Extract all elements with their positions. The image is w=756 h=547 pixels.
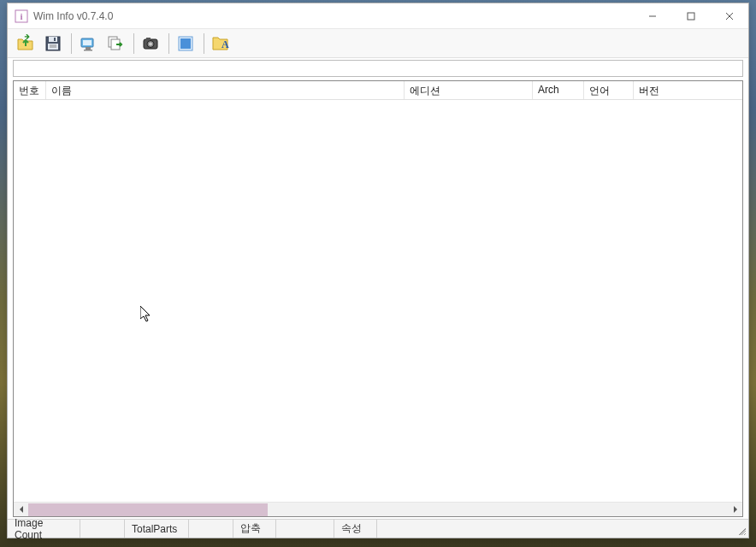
- save-button[interactable]: [40, 31, 66, 56]
- scroll-track[interactable]: [28, 503, 728, 517]
- status-compression-value: [276, 520, 334, 538]
- mount-button[interactable]: [75, 31, 101, 56]
- scroll-right-button[interactable]: [728, 503, 742, 517]
- titlebar[interactable]: i Wim Info v0.7.4.0: [8, 3, 748, 29]
- svg-rect-3: [688, 13, 694, 20]
- status-attributes-value: [377, 520, 733, 538]
- resize-grip[interactable]: [733, 522, 747, 536]
- status-attributes-label: 속성: [334, 520, 377, 538]
- toolbar: A: [8, 29, 748, 58]
- svg-rect-23: [180, 38, 191, 49]
- app-icon: i: [15, 9, 28, 23]
- svg-rect-14: [86, 47, 91, 50]
- statusbar: Image Count TotalParts 압축 속성: [8, 519, 748, 538]
- svg-rect-15: [84, 50, 92, 51]
- scroll-thumb[interactable]: [28, 503, 268, 516]
- status-total-parts-value: [189, 520, 233, 538]
- toolbar-separator: [133, 33, 134, 54]
- column-number[interactable]: 번호: [14, 81, 46, 99]
- column-language[interactable]: 언어: [584, 81, 634, 99]
- capture-button[interactable]: [138, 31, 163, 56]
- toolbar-separator: [204, 33, 204, 54]
- listview-header: 번호 이름 에디션 Arch 언어 버전: [14, 81, 742, 100]
- toolbar-separator: [168, 33, 169, 54]
- status-compression-label: 압축: [233, 520, 276, 538]
- listview-body[interactable]: [14, 100, 742, 502]
- export-button[interactable]: [103, 31, 128, 56]
- main-window: i Wim Info v0.7.4.0: [7, 3, 749, 538]
- toolbar-separator: [71, 33, 72, 54]
- horizontal-scrollbar[interactable]: [14, 502, 742, 516]
- minimize-button[interactable]: [633, 3, 671, 28]
- maximize-button[interactable]: [671, 3, 710, 28]
- svg-rect-21: [146, 38, 151, 40]
- scroll-left-button[interactable]: [14, 503, 28, 517]
- path-input[interactable]: [13, 60, 743, 77]
- font-button[interactable]: A: [208, 31, 233, 56]
- view-button[interactable]: [173, 31, 198, 56]
- column-version[interactable]: 버전: [634, 81, 742, 99]
- column-name[interactable]: 이름: [46, 81, 405, 99]
- svg-rect-8: [54, 38, 56, 41]
- close-button[interactable]: [710, 3, 748, 28]
- svg-text:i: i: [20, 11, 22, 21]
- column-arch[interactable]: Arch: [533, 81, 584, 99]
- status-image-count-value: [80, 520, 125, 538]
- status-image-count-label: Image Count: [8, 520, 80, 538]
- svg-text:A: A: [221, 38, 229, 50]
- svg-rect-13: [83, 40, 92, 45]
- open-file-button[interactable]: [13, 31, 38, 56]
- window-title: Wim Info v0.7.4.0: [33, 10, 633, 22]
- column-edition[interactable]: 에디션: [405, 81, 533, 99]
- svg-point-20: [149, 42, 152, 45]
- status-total-parts-label: TotalParts: [125, 520, 189, 538]
- svg-rect-7: [49, 37, 57, 42]
- image-listview: 번호 이름 에디션 Arch 언어 버전: [13, 80, 743, 517]
